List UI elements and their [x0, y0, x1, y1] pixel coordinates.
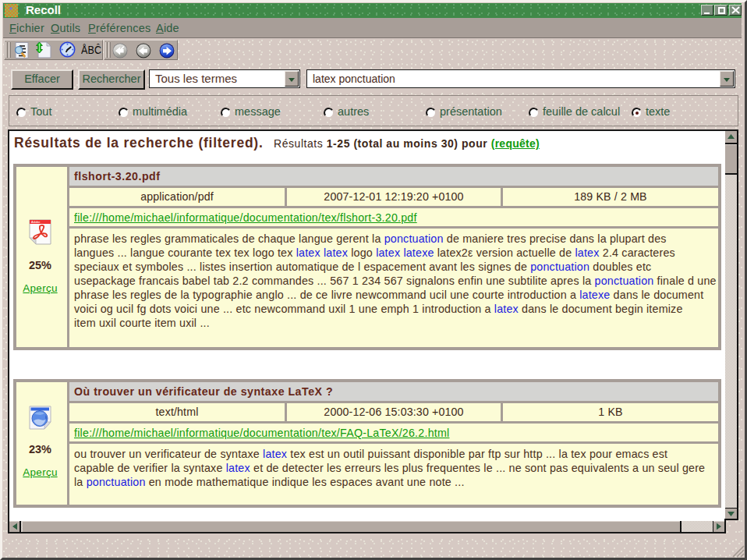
svg-text:Adobe: Adobe [31, 220, 41, 224]
